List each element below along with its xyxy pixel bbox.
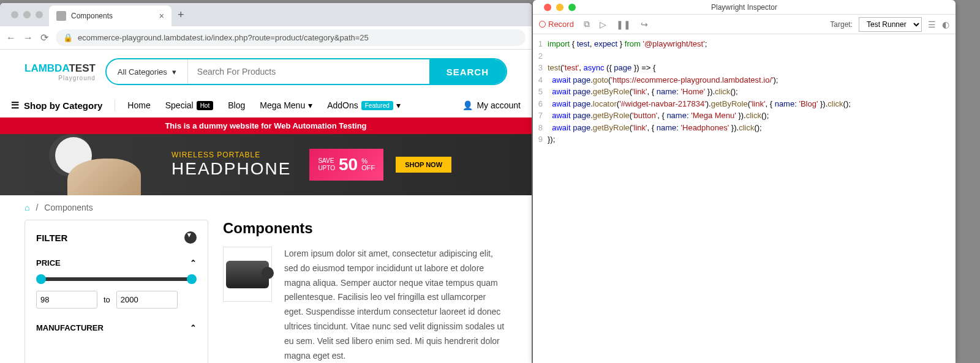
url-input[interactable]: 🔒 ecommerce-playground.lambdatest.io/ind…: [56, 29, 526, 46]
category-image: [223, 247, 272, 302]
chevron-down-icon: ▾: [396, 100, 401, 110]
user-icon: 👤: [462, 100, 473, 110]
menu-icon: ☰: [11, 100, 19, 111]
browser-window: Components × + ← → ⟳ 🔒 ecommerce-playgro…: [0, 3, 532, 363]
tab-favicon: [56, 11, 66, 21]
hero-subtitle: WIRELESS PORTABLE: [172, 151, 291, 159]
search-input[interactable]: [188, 59, 429, 84]
nav-special-label: Special: [165, 100, 194, 110]
inspector-title: Playwright Inspector: [711, 3, 777, 12]
resume-icon[interactable]: ▷: [600, 20, 606, 29]
maximize-window-icon[interactable]: [36, 11, 43, 18]
announcement-bar: This is a dummy website for Web Automati…: [0, 118, 532, 134]
hero-image: [55, 134, 159, 195]
browser-tab[interactable]: Components ×: [49, 6, 172, 26]
category-label: All Categories: [118, 67, 167, 77]
filter-price-label: PRICE: [36, 258, 61, 268]
logo-text: LAMBDATEST: [24, 62, 96, 75]
search-bar: All Categories ▾ SEARCH: [105, 58, 507, 85]
price-slider[interactable]: [39, 277, 194, 281]
nav-mega-menu[interactable]: Mega Menu ▾: [260, 100, 312, 110]
browser-tab-bar: Components × +: [0, 3, 532, 26]
filter-title: FILTER: [36, 233, 67, 243]
url-text: ecommerce-playground.lambdatest.io/index…: [78, 33, 369, 42]
nav-home[interactable]: Home: [127, 100, 150, 110]
lock-icon: 🔒: [63, 33, 73, 42]
price-max-input[interactable]: [116, 291, 178, 309]
window-controls: [538, 4, 582, 11]
close-tab-icon[interactable]: ×: [159, 11, 164, 21]
filter-toggle-icon[interactable]: [184, 231, 197, 244]
breadcrumb-current: Components: [44, 203, 92, 212]
pause-icon[interactable]: ❚❚: [616, 20, 631, 29]
filter-manufacturer-label: MANUFACTURER: [36, 323, 104, 332]
reload-button[interactable]: ⟳: [40, 32, 48, 43]
window-controls: [5, 11, 49, 18]
nav-mega-label: Mega Menu: [260, 100, 305, 110]
shop-by-label: Shop by Category: [24, 100, 102, 111]
price-to-label: to: [104, 295, 110, 304]
my-account-label: My account: [477, 100, 521, 110]
save-label: SAVE UPTO: [318, 157, 335, 172]
save-badge: SAVE UPTO 50 % OFF: [309, 149, 383, 181]
copy-icon[interactable]: ⧉: [584, 19, 590, 29]
hero-banner[interactable]: WIRELESS PORTABLE HEADPHONE SAVE UPTO 50…: [0, 134, 532, 195]
step-icon[interactable]: ↪: [641, 20, 648, 29]
target-selector[interactable]: Test Runner: [859, 17, 922, 32]
hot-badge: Hot: [197, 101, 214, 110]
record-label: Record: [548, 20, 574, 29]
new-tab-button[interactable]: +: [178, 9, 184, 21]
hero-title: HEADPHONE: [172, 159, 291, 179]
browser-address-bar: ← → ⟳ 🔒 ecommerce-playground.lambdatest.…: [0, 26, 532, 50]
minimize-window-icon[interactable]: [23, 11, 31, 18]
chevron-up-icon[interactable]: ⌃: [190, 323, 197, 332]
price-min-input[interactable]: [36, 291, 97, 309]
inspector-window: Playwright Inspector Record ⧉ ▷ ❚❚ ↪ Tar…: [533, 0, 956, 363]
featured-badge: Featured: [361, 101, 393, 110]
main-nav: ☰ Shop by Category Home Special Hot Blog…: [0, 94, 532, 118]
nav-special[interactable]: Special Hot: [165, 100, 213, 110]
filter-sidebar: FILTER PRICE ⌃ to: [24, 220, 208, 363]
save-number: 50: [339, 155, 358, 174]
list-ic
        [interactable]: ☰: [928, 20, 936, 29]
save-pct: % OFF: [361, 158, 375, 171]
browser-viewport: LAMBDATEST Playground All Categories ▾ S…: [0, 50, 532, 363]
category-description: Lorem ipsum dolor sit amet, consectetur …: [284, 247, 507, 363]
main-content: Components Lorem ipsum dolor sit amet, c…: [223, 220, 507, 363]
inspector-titlebar: Playwright Inspector: [533, 0, 956, 15]
nav-addons-label: AddOns: [327, 100, 358, 110]
chevron-down-icon: ▾: [172, 67, 176, 77]
nav-blog[interactable]: Blog: [228, 100, 245, 110]
breadcrumb-home-icon[interactable]: ⌂: [24, 203, 29, 212]
logo[interactable]: LAMBDATEST Playground: [24, 62, 96, 81]
category-selector[interactable]: All Categories ▾: [107, 59, 188, 84]
search-button[interactable]: SEARCH: [429, 59, 506, 84]
code-editor[interactable]: 1import { test, expect } from '@playwrig…: [533, 34, 956, 149]
tab-title: Components: [71, 12, 113, 20]
back-button[interactable]: ←: [6, 32, 16, 43]
minimize-window-icon[interactable]: [556, 4, 564, 11]
nav-addons[interactable]: AddOns Featured ▾: [327, 100, 401, 110]
chevron-down-icon: ▾: [308, 100, 312, 110]
record-icon: [539, 21, 546, 28]
record-button[interactable]: Record: [539, 20, 574, 29]
target-label: Target:: [830, 20, 853, 29]
page-title: Components: [223, 220, 507, 237]
maximize-window-icon[interactable]: [568, 4, 576, 11]
my-account[interactable]: 👤 My account: [462, 100, 521, 110]
shop-now-button[interactable]: SHOP NOW: [396, 157, 451, 173]
breadcrumb-sep: /: [36, 203, 38, 212]
site-header: LAMBDATEST Playground All Categories ▾ S…: [0, 50, 532, 94]
shop-by-category[interactable]: ☰ Shop by Category: [11, 100, 115, 111]
logo-subtitle: Playground: [24, 75, 96, 81]
inspector-toolbar: Record ⧉ ▷ ❚❚ ↪ Target: Test Runner ☰ ◐: [533, 15, 956, 34]
forward-button[interactable]: →: [23, 32, 33, 43]
close-window-icon[interactable]: [544, 4, 551, 11]
close-window-icon[interactable]: [11, 11, 18, 18]
breadcrumb: ⌂ / Components: [0, 195, 532, 220]
chevron-up-icon[interactable]: ⌃: [190, 258, 197, 268]
theme-icon[interactable]: ◐: [942, 20, 949, 29]
